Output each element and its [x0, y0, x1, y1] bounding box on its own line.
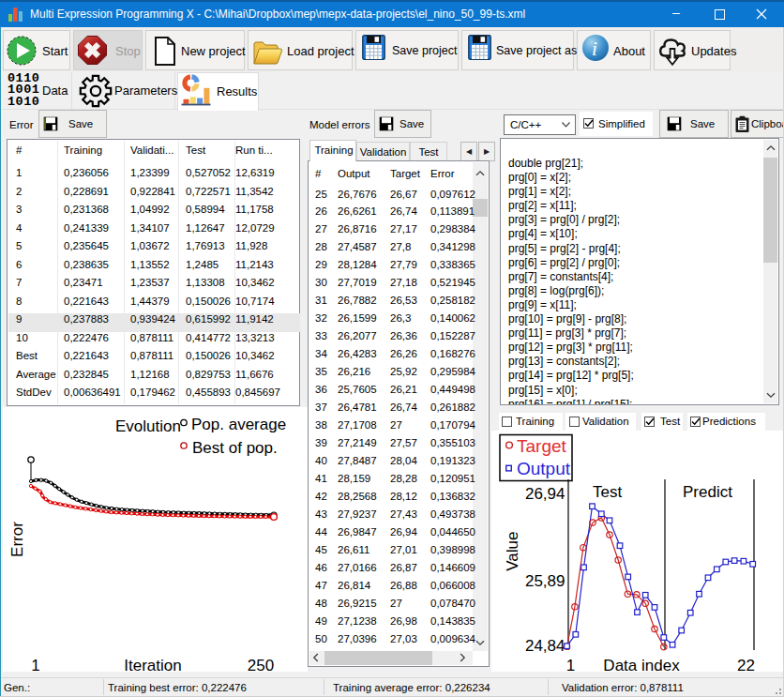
svg-text:Test: Test [593, 483, 622, 501]
svg-text:25,89: 25,89 [525, 572, 565, 590]
svg-text:Value: Value [504, 531, 521, 570]
svg-text:24,84: 24,84 [525, 637, 565, 655]
svg-text:Best of pop.: Best of pop. [192, 439, 278, 457]
svg-text:Iteration: Iteration [124, 657, 181, 672]
svg-text:Evolution: Evolution [115, 417, 181, 435]
svg-text:22: 22 [737, 657, 755, 672]
svg-text:1: 1 [31, 657, 39, 672]
svg-text:Error: Error [8, 522, 26, 557]
svg-text:250: 250 [248, 657, 274, 672]
svg-text:1: 1 [566, 657, 575, 672]
svg-text:Pop. average: Pop. average [191, 416, 286, 433]
svg-text:i: i [592, 38, 597, 60]
svg-text:Predict: Predict [683, 483, 732, 501]
svg-text:26,94: 26,94 [525, 485, 565, 503]
svg-text:Target: Target [517, 436, 567, 456]
svg-text:Data index: Data index [603, 657, 680, 672]
svg-text:Output: Output [517, 459, 571, 478]
